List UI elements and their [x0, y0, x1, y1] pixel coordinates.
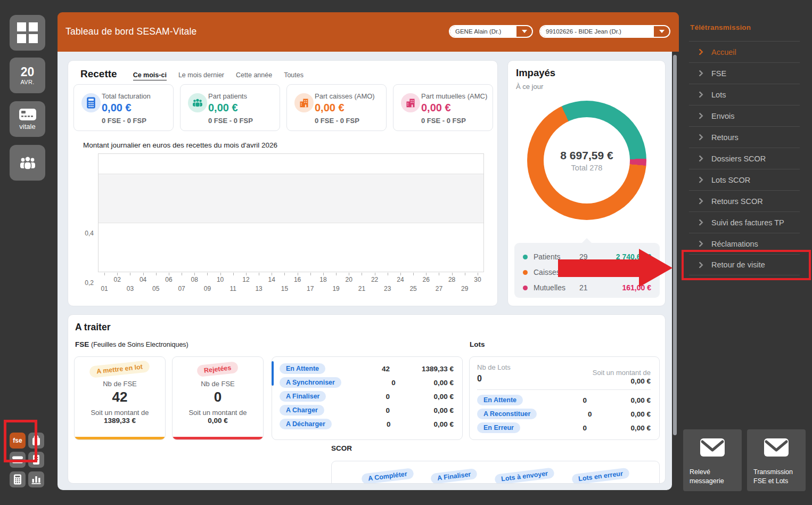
x-tick-label: 30	[470, 276, 485, 283]
doctor-dropdown-arrow[interactable]	[516, 26, 532, 37]
scor-card: A Compléter A Finaliser Lots à envoyer L…	[331, 461, 660, 484]
fse-status-list: En Attente421389,33 € A Synchroniser00,0…	[272, 356, 463, 440]
calendar-date-button[interactable]: 20 AVR.	[10, 58, 45, 93]
divider	[477, 389, 651, 390]
x-tick-label: 08	[187, 276, 202, 283]
status-pill[interactable]: A Compléter	[361, 468, 414, 484]
status-row: En Erreur00,00 €	[477, 421, 651, 435]
site-dropdown-arrow[interactable]	[654, 26, 669, 37]
grid-icon	[17, 22, 38, 43]
stat-part-mutuelles: Part mutuelles (AMC) 0,00 € 0 FSE - 0 FS…	[393, 84, 493, 131]
sidebar-item-envois[interactable]: Envois	[689, 105, 800, 126]
status-pill[interactable]: A Charger	[280, 405, 324, 416]
sidebar-item-retours-scor[interactable]: Retours SCOR	[689, 190, 800, 211]
x-tick-label: 10	[213, 276, 228, 283]
building-icon	[401, 93, 420, 112]
tile-label: Relevé messagerie	[690, 468, 742, 486]
x-axis-tick	[336, 273, 337, 275]
status-pill[interactable]: A Finaliser	[430, 468, 478, 484]
orange-dot-icon	[523, 270, 528, 275]
teal-dot-icon	[523, 255, 528, 259]
chevron-down-icon	[659, 30, 665, 33]
date-month: AVR.	[20, 79, 34, 85]
date-day: 20	[21, 66, 35, 78]
status-badge: A mettre en lot	[89, 360, 151, 378]
tab-ce-mois-ci[interactable]: Ce mois-ci	[133, 71, 167, 80]
status-pill[interactable]: Lots à envoyer	[494, 467, 555, 484]
stat-title: Part caisses (AMO)	[315, 92, 375, 100]
status-pill[interactable]: A Décharger	[280, 419, 332, 429]
x-tick-label: 06	[161, 276, 176, 283]
apps-menu-button[interactable]	[10, 15, 45, 51]
site-dropdown[interactable]: 99102626 - BIDE Jean (Dr.)	[539, 25, 670, 38]
tab-le-mois-dernier[interactable]: Le mois dernier	[178, 71, 224, 79]
status-pill[interactable]: Lots en erreur	[571, 467, 630, 484]
x-axis-tick	[465, 273, 465, 275]
tile-label: Transmission FSE et Lots	[753, 468, 806, 486]
status-pill[interactable]: En Erreur	[477, 422, 520, 433]
x-tick-label: 22	[367, 276, 382, 283]
x-axis-tick	[246, 273, 247, 275]
chevron-right-icon	[696, 134, 703, 141]
status-badge: Rejetées	[196, 361, 239, 377]
patients-button[interactable]	[10, 145, 45, 181]
fse-rejetees-card[interactable]: Rejetées Nb de FSE 0 Soit un montant de …	[172, 356, 264, 440]
x-axis-tick	[388, 273, 388, 275]
sidebar-item-accueil[interactable]: Accueil	[689, 41, 800, 62]
x-axis-tick	[143, 273, 144, 275]
status-row: A Finaliser00,00 €	[272, 389, 462, 403]
tab-cette-annee[interactable]: Cette année	[236, 71, 272, 79]
carte-vitale-button[interactable]: vitale	[10, 101, 45, 137]
releve-messagerie-button[interactable]: Relevé messagerie	[683, 429, 742, 491]
stat-part-patients: Part patients 0,00 € 0 FSE - 0 FSP	[180, 84, 280, 131]
status-pill[interactable]: A Reconstituer	[477, 409, 537, 419]
status-pill[interactable]: A Synchroniser	[280, 377, 341, 388]
x-tick-label: 07	[174, 285, 189, 292]
a-traiter-card: A traiter FSE (Feuilles de Soins Electro…	[68, 314, 666, 484]
status-pill[interactable]: A Finaliser	[280, 391, 326, 402]
x-tick-label: 15	[277, 285, 292, 292]
sidebar-item-lots-scor[interactable]: Lots SCOR	[689, 169, 800, 190]
transmission-fse-lots-button[interactable]: Transmission FSE et Lots	[747, 429, 806, 491]
lots-card: Nb de Lots 0 Soit un montant de 0,00 € E…	[469, 356, 660, 440]
x-axis-tick	[310, 273, 311, 275]
x-axis-tick	[375, 273, 375, 275]
chevron-right-icon	[696, 155, 703, 162]
tab-toutes[interactable]: Toutes	[284, 71, 304, 79]
chevron-right-icon	[696, 240, 703, 247]
calculator-tool-button[interactable]	[10, 471, 26, 487]
lots-count: 0	[477, 374, 511, 384]
status-pill[interactable]: En Attente	[280, 363, 325, 374]
annotation-arrow	[558, 259, 639, 277]
annotation-arrow-head	[639, 249, 672, 287]
stat-value: 0,00 €	[208, 102, 238, 114]
stat-value: 0,00 €	[102, 102, 132, 114]
x-tick-label: 23	[380, 285, 395, 292]
x-axis-tick	[272, 273, 272, 275]
sidebar-item-retours[interactable]: Retours	[689, 126, 800, 148]
x-tick-label: 04	[136, 276, 151, 283]
x-tick-label: 24	[393, 276, 408, 283]
stat-sub: 0 FSE - 0 FSP	[315, 117, 359, 125]
x-axis-tick	[362, 273, 362, 275]
sidebar-item-lots[interactable]: Lots	[689, 84, 800, 105]
x-axis-tick	[194, 273, 195, 275]
y-tick-label: 0,4	[76, 230, 94, 237]
x-tick-label: 01	[97, 285, 112, 292]
x-tick-label: 29	[457, 285, 472, 292]
a-traiter-title: A traiter	[75, 322, 110, 333]
donut-center-total: Total 278	[571, 164, 603, 172]
x-axis-tick	[439, 273, 439, 275]
bar-chart-icon	[31, 475, 42, 484]
card-accent-bar	[173, 437, 263, 439]
status-pill[interactable]: En Attente	[477, 395, 523, 405]
envelope-icon	[764, 438, 789, 457]
sidebar-item-dossiers-scor[interactable]: Dossiers SCOR	[689, 148, 800, 169]
sidebar-item-suivi-factures-tp[interactable]: Suivi des factures TP	[689, 211, 800, 233]
sidebar-item-fse[interactable]: FSE	[689, 62, 800, 84]
stats-tool-button[interactable]	[28, 471, 44, 487]
fse-a-mettre-en-lot-card[interactable]: A mettre en lot Nb de FSE 42 Soit un mon…	[74, 356, 166, 440]
x-axis-tick	[284, 273, 285, 275]
doctor-dropdown[interactable]: GENE Alain (Dr.)	[449, 25, 533, 38]
x-tick-label: 09	[200, 285, 215, 292]
